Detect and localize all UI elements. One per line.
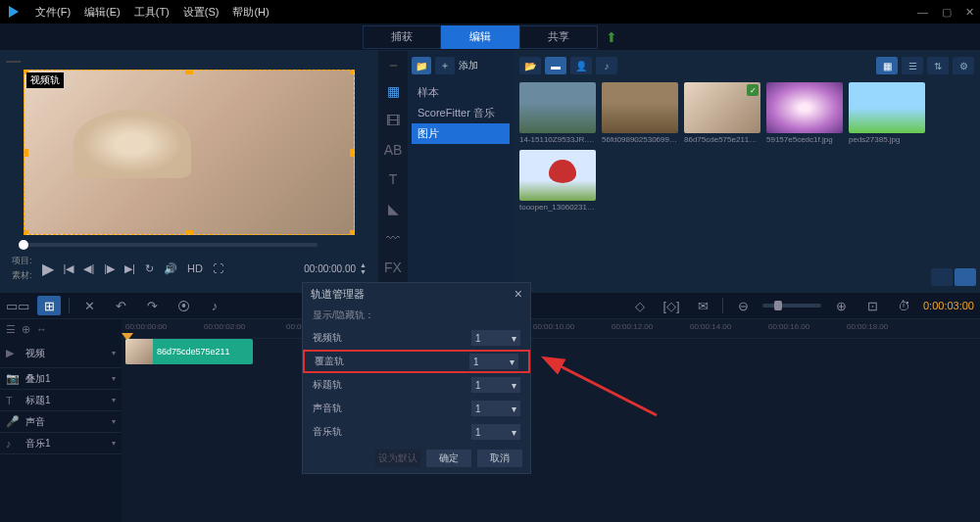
resize-handle-tr[interactable] (350, 70, 355, 74)
timeline-mode-button[interactable]: ⊞ (37, 296, 61, 315)
resize-handle-ml[interactable] (24, 149, 28, 157)
tree-item-sample[interactable]: 样本 (412, 82, 510, 103)
dialog-close-button[interactable]: × (514, 286, 522, 302)
track-add-button[interactable]: ⊕ (22, 323, 30, 336)
thumb-item[interactable]: tooopen_13060231.jpg (519, 150, 596, 212)
tab-capture[interactable]: 捕获 (363, 25, 441, 49)
tree-item-pictures[interactable]: 图片 (412, 123, 510, 144)
track-header-music[interactable]: ♪ 音乐1 ▾ (0, 433, 122, 454)
overlay-track-select[interactable]: 1▾ (469, 354, 518, 369)
settings-button[interactable]: ⚙ (953, 57, 974, 74)
go-end-button[interactable]: ▶| (124, 262, 135, 275)
play-button[interactable]: ▶ (42, 260, 54, 278)
prev-frame-button[interactable]: ◀| (83, 262, 94, 275)
scrub-thumb[interactable] (19, 240, 28, 250)
track-header-video[interactable]: ▶ 视频 ▾ (0, 339, 122, 368)
chevron-down-icon[interactable]: ▾ (112, 374, 116, 383)
thumb-item[interactable]: 14-15110Z9533JR.jpg (519, 82, 596, 144)
filter-audio-button[interactable]: ♪ (596, 57, 617, 74)
timecode-up-button[interactable]: ▲ (360, 261, 367, 268)
filter-photo-button[interactable]: 👤 (570, 57, 592, 74)
resize-handle-br[interactable] (350, 230, 355, 235)
envelope-button[interactable]: ✉ (691, 296, 714, 315)
track-header-voice[interactable]: 🎤 声音 ▾ (0, 411, 122, 433)
track-header-overlay[interactable]: 📷 叠加1 ▾ (0, 368, 122, 390)
view-list-button[interactable]: ☰ (902, 57, 923, 74)
panel-drag-handle-2[interactable]: •••• (389, 61, 396, 70)
preview-canvas[interactable]: 视频轨 (24, 70, 355, 235)
next-frame-button[interactable]: |▶ (104, 262, 115, 275)
title-tab-icon[interactable]: T (389, 171, 398, 187)
zoom-thumb[interactable] (774, 301, 782, 310)
graphics-tab-icon[interactable]: ◣ (388, 201, 399, 216)
fullscreen-button[interactable]: ⛶ (213, 262, 223, 274)
zoom-out-button[interactable]: ⊖ (731, 296, 755, 315)
view-grid-button[interactable]: ▦ (876, 57, 898, 74)
timeline-ruler[interactable]: 00:00:00:00 00:00:02:00 00:00:04:00 00:0… (122, 319, 980, 339)
snap-button[interactable]: [◇] (660, 296, 683, 315)
track-options-button[interactable]: ☰ (6, 323, 16, 336)
menu-settings[interactable]: 设置(S) (183, 5, 220, 20)
panel-drag-handle[interactable]: •••••••• (6, 57, 372, 66)
video-track-select[interactable]: 1▾ (471, 330, 520, 346)
ok-button[interactable]: 确定 (426, 450, 471, 467)
storyboard-mode-button[interactable]: ▭▭ (6, 296, 29, 315)
thumb-item[interactable]: ✓ 86d75cde575e211d5… (684, 82, 760, 144)
menu-edit[interactable]: 编辑(E) (84, 5, 121, 20)
music-track-select[interactable]: 1▾ (471, 424, 520, 440)
chevron-down-icon[interactable]: ▾ (112, 417, 116, 426)
set-default-button[interactable]: 设为默认 (375, 450, 420, 467)
timeline-view-button[interactable] (955, 268, 976, 286)
maximize-button[interactable]: ▢ (942, 6, 952, 19)
menu-tools[interactable]: 工具(T) (134, 5, 170, 20)
marker-button[interactable]: ◇ (628, 296, 652, 315)
add-button[interactable]: ＋ (435, 57, 455, 74)
undo-button[interactable]: ↶ (109, 296, 132, 315)
sort-button[interactable]: ⇅ (927, 57, 949, 74)
chevron-down-icon[interactable]: ▾ (112, 439, 116, 448)
tab-share[interactable]: 共享 (519, 25, 598, 49)
upload-icon[interactable]: ⬆ (606, 29, 617, 45)
zoom-slider[interactable] (762, 304, 821, 308)
tools-button[interactable]: ✕ (77, 296, 101, 315)
track-ripple-button[interactable]: ↔ (36, 323, 47, 335)
import-folder-button[interactable]: 📂 (519, 57, 541, 74)
transitions-tab-icon[interactable]: 🎞 (386, 113, 400, 128)
media-tab-icon[interactable]: ▦ (387, 83, 400, 99)
project-mode-label[interactable]: 项目: (12, 255, 32, 267)
filter-all-button[interactable]: ▬ (545, 57, 566, 74)
tree-item-scorefitter[interactable]: ScoreFitter 音乐 (412, 103, 510, 123)
fx-tab-icon[interactable]: FX (384, 260, 402, 275)
ab-tab-icon[interactable]: AB (384, 142, 403, 158)
menu-file[interactable]: 文件(F) (35, 5, 71, 20)
go-start-button[interactable]: |◀ (64, 262, 74, 275)
chevron-down-icon[interactable]: ▾ (112, 396, 116, 404)
resize-handle-mr[interactable] (350, 149, 355, 157)
storyboard-view-button[interactable] (931, 268, 953, 286)
cancel-button[interactable]: 取消 (477, 450, 522, 467)
thumb-item[interactable]: 56fd0989025306996… (602, 82, 678, 144)
redo-button[interactable]: ↷ (140, 296, 164, 315)
loop-button[interactable]: ↻ (145, 262, 154, 275)
zoom-fit-button[interactable]: ⊡ (860, 296, 884, 315)
scrub-bar[interactable] (24, 243, 318, 247)
track-header-title[interactable]: T 标题1 ▾ (0, 390, 122, 411)
thumb-item[interactable]: 59157e5cedc1f.jpg (766, 82, 843, 144)
resize-handle-bl[interactable] (24, 230, 28, 235)
voice-track-select[interactable]: 1▾ (471, 401, 520, 416)
resize-handle-tm[interactable] (185, 70, 193, 74)
hd-button[interactable]: HD (187, 262, 203, 274)
menu-help[interactable]: 帮助(H) (232, 5, 269, 20)
clip-mode-label[interactable]: 素材: (12, 269, 32, 282)
volume-button[interactable]: 🔊 (164, 262, 177, 275)
timeline-clip[interactable]: 86d75cde575e211 (125, 339, 253, 364)
timecode-down-button[interactable]: ▼ (360, 268, 367, 275)
chevron-down-icon[interactable]: ▾ (112, 349, 116, 357)
zoom-in-button[interactable]: ⊕ (829, 296, 853, 315)
record-button[interactable]: ⦿ (172, 296, 195, 315)
audio-mix-button[interactable]: ♪ (203, 296, 226, 315)
resize-handle-bm[interactable] (185, 230, 193, 235)
folder-button[interactable]: 📁 (412, 57, 431, 74)
close-button[interactable]: ✕ (965, 6, 974, 19)
paths-tab-icon[interactable]: 〰 (386, 230, 400, 246)
